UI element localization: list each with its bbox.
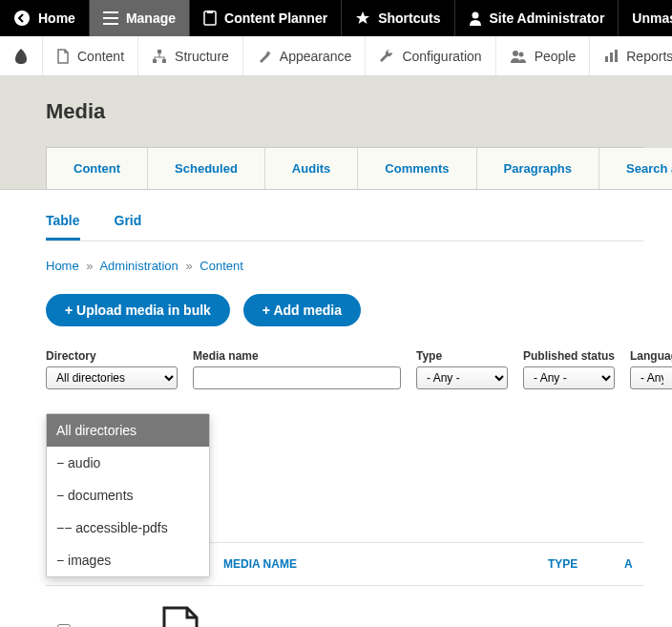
- diropt-documents[interactable]: − documents: [47, 479, 209, 512]
- svg-rect-3: [103, 23, 118, 25]
- subnav-reports[interactable]: Reports: [590, 36, 672, 75]
- crumb-sep: »: [86, 259, 93, 273]
- unmasquerade-label: Unmasquera: [632, 10, 672, 26]
- subnav-structure[interactable]: Structure: [138, 36, 243, 75]
- language-label: Language: [630, 349, 672, 363]
- tab-paragraphs[interactable]: Paragraphs: [477, 148, 600, 189]
- language-select[interactable]: - Any -: [630, 366, 672, 389]
- subnav-appearance[interactable]: Appearance: [243, 36, 367, 75]
- wand-icon: [257, 49, 272, 64]
- svg-rect-12: [605, 56, 608, 62]
- col-media-name[interactable]: MEDIA NAME: [223, 557, 548, 571]
- tab-comments[interactable]: Comments: [358, 148, 476, 189]
- page-icon: [56, 49, 70, 64]
- page-header: Media Content Scheduled Audits Comments …: [0, 76, 672, 190]
- add-media-button[interactable]: + Add media: [243, 294, 361, 326]
- subnav-people[interactable]: People: [496, 36, 591, 75]
- row-media-name[interactable]: DOCUMENT_CSV_5000.csv: [223, 624, 548, 628]
- subnav-content[interactable]: Content: [43, 36, 138, 75]
- filters-row: Directory All directories Media name Typ…: [46, 349, 643, 389]
- svg-rect-14: [615, 50, 618, 62]
- hamburger-icon: [103, 11, 118, 25]
- col-extra[interactable]: A: [624, 557, 643, 571]
- admin-toolbar: Home Manage Content Planner Shortcuts Si…: [0, 0, 672, 36]
- diropt-accessible-pdfs[interactable]: −− accessible-pdfs: [47, 512, 209, 544]
- shortcuts-button[interactable]: Shortcuts: [342, 0, 454, 36]
- site-admin-label: Site Administrator: [490, 10, 605, 26]
- content-planner-label: Content Planner: [224, 10, 327, 26]
- subnav-reports-label: Reports: [626, 49, 672, 64]
- published-select[interactable]: - Any -: [523, 366, 615, 389]
- content-area: Table Grid Home » Administration » Conte…: [0, 190, 672, 627]
- tab-content[interactable]: Content: [47, 148, 148, 189]
- sectab-grid[interactable]: Grid: [115, 205, 142, 240]
- people-icon: [510, 49, 527, 64]
- svg-rect-9: [162, 59, 166, 63]
- svg-rect-5: [207, 10, 213, 13]
- back-button[interactable]: Home: [0, 0, 90, 36]
- svg-rect-2: [103, 17, 118, 19]
- crumb-content[interactable]: Content: [200, 259, 243, 273]
- directory-label: Directory: [46, 349, 178, 363]
- svg-rect-1: [103, 11, 118, 13]
- crumb-home[interactable]: Home: [46, 259, 79, 273]
- directory-select[interactable]: All directories: [46, 366, 178, 389]
- svg-rect-8: [153, 59, 157, 63]
- document-icon: [137, 605, 223, 627]
- star-icon: [355, 10, 370, 26]
- svg-point-6: [472, 12, 478, 19]
- published-label: Published status: [523, 349, 615, 363]
- medianame-label: Media name: [193, 349, 401, 363]
- crumb-admin[interactable]: Administration: [99, 259, 178, 273]
- diropt-images[interactable]: − images: [47, 544, 209, 576]
- tab-audits[interactable]: Audits: [265, 148, 358, 189]
- type-select[interactable]: - Any -: [416, 366, 508, 389]
- diropt-all[interactable]: All directories: [47, 414, 209, 447]
- col-type[interactable]: TYPE: [548, 557, 624, 571]
- tab-scheduled[interactable]: Scheduled: [148, 148, 265, 189]
- primary-tabs: Content Scheduled Audits Comments Paragr…: [46, 147, 643, 189]
- tree-icon: [152, 49, 167, 64]
- breadcrumb: Home » Administration » Content: [46, 259, 643, 273]
- row-id: 283: [80, 624, 137, 628]
- subnav-configuration[interactable]: Configuration: [366, 36, 495, 75]
- svg-point-11: [518, 52, 523, 56]
- svg-rect-7: [158, 50, 161, 53]
- admin-subtoolbar: Content Structure Appearance Configurati…: [0, 36, 672, 76]
- table-row: 283 DOCUMENT_CSV_5000.csv Document m: [46, 586, 643, 627]
- drupal-icon: [11, 47, 31, 66]
- svg-point-10: [513, 51, 518, 56]
- row-extra[interactable]: m: [624, 624, 643, 628]
- action-buttons: + Upload media in bulk + Add media: [46, 294, 643, 326]
- home-label: Home: [38, 10, 75, 26]
- type-label: Type: [416, 349, 508, 363]
- svg-point-0: [14, 10, 30, 26]
- shortcuts-label: Shortcuts: [378, 10, 440, 26]
- back-icon: [13, 10, 31, 27]
- user-icon: [469, 10, 482, 26]
- row-type: Document: [548, 624, 624, 628]
- subnav-configuration-label: Configuration: [402, 49, 481, 64]
- subnav-content-label: Content: [77, 49, 124, 64]
- drupal-home[interactable]: [0, 36, 43, 75]
- content-planner-button[interactable]: Content Planner: [190, 0, 342, 36]
- crumb-sep: »: [185, 259, 192, 273]
- upload-media-button[interactable]: + Upload media in bulk: [46, 294, 230, 326]
- diropt-audio[interactable]: − audio: [47, 447, 209, 479]
- wrench-icon: [379, 49, 394, 64]
- svg-rect-4: [204, 11, 216, 25]
- clipboard-icon: [203, 10, 217, 26]
- site-admin-button[interactable]: Site Administrator: [455, 0, 620, 36]
- manage-label: Manage: [126, 10, 176, 26]
- svg-rect-13: [610, 52, 613, 62]
- directory-dropdown: All directories − audio − documents −− a…: [46, 413, 210, 577]
- secondary-tabs: Table Grid: [46, 205, 643, 241]
- unmasquerade-button[interactable]: Unmasquera: [619, 0, 672, 36]
- chart-icon: [603, 49, 619, 64]
- sectab-table[interactable]: Table: [46, 205, 80, 240]
- subnav-people-label: People: [535, 49, 577, 64]
- medianame-input[interactable]: [193, 366, 401, 389]
- tab-search-replace[interactable]: Search and Replace Scanner: [599, 148, 672, 189]
- manage-button[interactable]: Manage: [90, 0, 190, 36]
- page-title: Media: [46, 99, 643, 124]
